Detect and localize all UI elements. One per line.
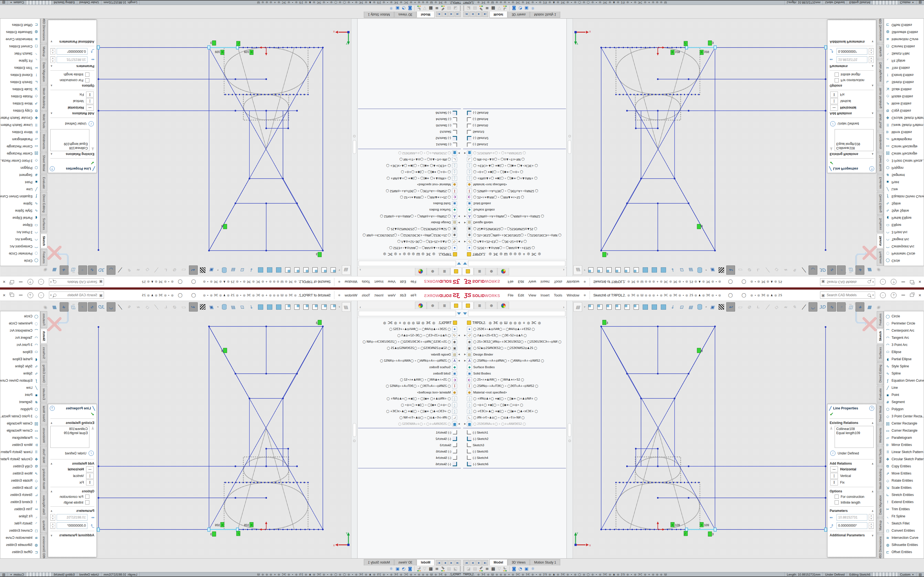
toolbar-icon[interactable]: 3D — [818, 303, 826, 311]
tree-item[interactable]: ▶ ▆ ◯ 2SЗЄИNΑ∪∔◯ ∘ ◯∔∪ΑNИЗЄS2 ◯ — [463, 421, 567, 427]
model-tab[interactable]: Motion Study 1 — [364, 559, 394, 566]
flyout-menu-item[interactable]: ▱ Parallelogram — [0, 136, 40, 143]
toolbar-icon[interactable]: ▾ — [338, 303, 341, 311]
flyout-menu-item[interactable]: # Segment — [884, 171, 924, 179]
menu-item[interactable]: File — [506, 292, 515, 298]
bottom-toolbar-icon[interactable]: ✐ — [441, 6, 445, 11]
bottom-toolbar-icon[interactable]: ◙ — [408, 567, 412, 571]
tree-item[interactable]: ▶ ◉ ◯ 2S∔ЗЄS2◯ИN◎∘∔ЭСЗЄUЗЄS2◯ ∘ ◯2SЗЄUЗЄ… — [463, 338, 567, 345]
help-icon[interactable]: ? — [27, 292, 33, 298]
expand-arrow-icon[interactable]: ▶ — [457, 221, 461, 224]
command-tab[interactable]: Features — [877, 249, 884, 266]
menu-item[interactable]: Tools — [360, 279, 372, 285]
toolbar-icon[interactable]: ▦ — [865, 303, 873, 311]
toolbar-icon[interactable]: ╱ — [800, 303, 808, 311]
tree-item[interactable]: ▶ ▯ ◯ ∔ИN◎♟∔◯ ∗◉[◯ ∘ ◯]◉∗ ◯∔♟◎NИ∔ ◯ — [463, 395, 567, 402]
toolbar-icon[interactable] — [659, 303, 667, 311]
bottom-toolbar-icon[interactable]: ▽ — [498, 6, 501, 10]
toolbar-icon[interactable] — [641, 303, 649, 311]
flyout-menu-item[interactable]: ⧉ Copy Entities — [884, 107, 924, 114]
minimize-button[interactable] — [19, 295, 23, 295]
tree-item-sketch[interactable]: ▶ (-) Sketch2 — [357, 135, 461, 142]
flyout-menu-item[interactable]: ∿ Spline — [0, 200, 40, 207]
tree-scrollbar-thumb[interactable] — [568, 140, 571, 154]
command-tab[interactable]: Evaluate — [40, 174, 47, 191]
flyout-menu-item[interactable]: ╱ Line — [0, 186, 40, 193]
flyout-menu-item[interactable]: ⊏ Offset Entities — [884, 21, 924, 29]
menu-item[interactable]: Edit — [515, 292, 526, 298]
command-tab[interactable]: Direct Editing — [40, 362, 47, 385]
search-dropdown-caret[interactable]: ▾ — [50, 294, 52, 297]
tree-item[interactable]: ▶ ▯ ◯ ∙◎∔◯ ∗◉[◯ ∘ ◯]◉∗ ◯∔◎∙ ◯ — [463, 402, 567, 408]
flyout-menu-item[interactable]: ▪ Point — [884, 391, 924, 398]
flyout-menu-item[interactable]: ◟ Fit Spline — [884, 57, 924, 64]
expand-arrow-icon[interactable]: ▶ — [457, 359, 461, 362]
toolbar-icon[interactable]: ◦ — [837, 302, 846, 311]
ok-check-icon[interactable]: ✔ — [48, 160, 97, 166]
flyout-menu-item[interactable]: ◖ Partial Ellipse — [884, 356, 924, 363]
flyout-menu-item[interactable]: ⇲ Scale Entities — [884, 86, 924, 93]
toolbar-icon[interactable] — [293, 266, 301, 274]
flyout-menu-item[interactable]: ⊺ Extend Entities — [0, 71, 40, 79]
relation-item[interactable]: Equal length109 — [836, 431, 872, 435]
flyout-menu-item[interactable]: ⇲ Scale Entities — [0, 86, 40, 93]
toolbar-icon[interactable]: ▭ — [736, 303, 744, 311]
checkbox[interactable] — [85, 73, 89, 77]
toolbar-icon[interactable]: ╱ — [800, 266, 808, 274]
toolbar-icon[interactable]: ✎ — [790, 266, 799, 274]
toolbar-icon[interactable]: ╱ — [763, 266, 771, 274]
tab-nav-button[interactable]: ◀ — [470, 11, 475, 17]
flyout-menu-item[interactable]: ◟ Fit Spline — [0, 57, 40, 64]
tree-item[interactable]: ▶ ◼ Solid Bodies — [357, 370, 461, 376]
tree-item[interactable]: ▶ ▤ Design Binder — [463, 219, 567, 226]
toolbar-icon[interactable]: ∿ — [827, 302, 836, 311]
status-custom-dropdown[interactable]: Custom▲ — [898, 572, 916, 577]
toolbar-icon[interactable]: ╱ — [153, 303, 161, 311]
flyout-menu-item[interactable]: 回 Center Rectangle — [0, 420, 40, 427]
restore-button[interactable] — [10, 294, 14, 297]
filter-icon[interactable] — [463, 313, 467, 315]
command-tab[interactable]: Features — [40, 249, 47, 266]
angle-input[interactable]: 0.00000000° — [837, 48, 867, 55]
section-additional-parameters[interactable]: Additional Parameters∨ — [827, 532, 876, 538]
toolbar-icon[interactable]: ∿ — [88, 302, 97, 311]
flyout-menu-item[interactable]: ⧉ Copy Entities — [0, 107, 40, 114]
command-tab[interactable]: Weldments — [877, 425, 884, 445]
tab-featuremanager-tree[interactable] — [451, 302, 462, 309]
flyout-menu-item[interactable]: ⇗ Move Entities — [884, 470, 924, 477]
tree-item[interactable]: ▶ ▣ ◯ S2♟◎2SИNЗЄS2◯ ∘ ◯2SЗЄNИS2◎♟2S ◯ — [357, 345, 461, 351]
model-tab[interactable]: Model — [417, 11, 435, 18]
toolbar-icon[interactable]: ▤ — [229, 303, 237, 311]
tab-nav-button[interactable]: ▶ — [476, 11, 482, 17]
tree-item[interactable]: ▶ ▤ Design Binder — [357, 351, 461, 358]
expand-arrow-icon[interactable]: ▶ — [463, 334, 467, 337]
menu-item[interactable]: Window — [342, 279, 359, 285]
toolbar-icon[interactable] — [650, 266, 658, 274]
toolbar-icon[interactable]: ⊘ — [745, 303, 753, 311]
menu-item[interactable]: Edit — [397, 292, 408, 298]
tree-item[interactable]: ▶ ● Material <not specified> — [463, 182, 567, 188]
tab-configurationmanager[interactable]: ⊕ — [427, 302, 438, 309]
relation-item[interactable]: Collinear108 — [836, 146, 872, 150]
bottom-toolbar-icon[interactable]: ✐ — [479, 566, 483, 571]
flyout-menu-item[interactable]: ⊺ Extend Entities — [0, 498, 40, 506]
ok-check-icon[interactable]: ✔ — [48, 411, 97, 417]
model-tab[interactable]: Motion Study 1 — [530, 11, 560, 18]
tree-item-sketch[interactable]: ▶ (-) Sketch5 — [463, 122, 567, 129]
tab-displaymanager[interactable] — [498, 302, 509, 309]
flyout-menu-item[interactable]: ∿ Spline — [0, 370, 40, 377]
add-relation-button[interactable]: | Vertical — [48, 98, 97, 105]
flyout-menu-item[interactable]: ⬭ Ellipse — [884, 348, 924, 356]
tree-scrollbar-thumb[interactable] — [353, 140, 356, 154]
search-icon[interactable] — [53, 294, 57, 297]
menu-item[interactable]: Insert — [372, 292, 386, 298]
tree-item[interactable]: ▶ ↺ ◯ Λ♟◎∔2S∘ЄЗ◯ ∘ ◯ЗЄ∘S2∔◎♟Λ ◯ — [357, 239, 461, 245]
command-tab[interactable]: Data Migration — [877, 60, 884, 85]
flyout-menu-item[interactable]: ⬭ Ellipse — [0, 348, 40, 356]
toolbar-icon[interactable]: ↓ — [668, 266, 677, 274]
toolbar-icon[interactable]: ⊘ — [171, 303, 179, 311]
flyout-menu-item[interactable]: ⊺ Extend Entities — [884, 498, 924, 506]
model-tab[interactable]: Model — [417, 559, 435, 566]
tab-nav-button[interactable]: ▶| — [436, 560, 442, 566]
flyout-menu-item[interactable]: ⬡ Polygon — [884, 164, 924, 171]
